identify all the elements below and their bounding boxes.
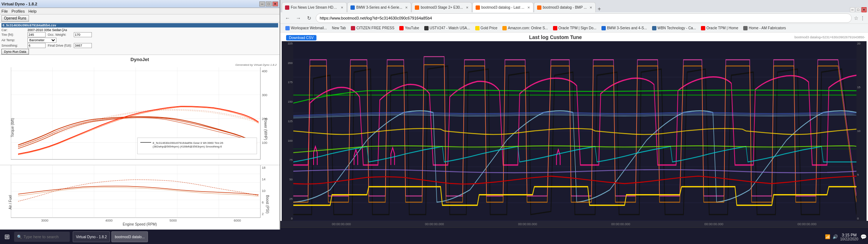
volume-icon: 🔊 [833, 234, 838, 239]
tab-bootmod3-stage[interactable]: bootmod3 Stage 2+ E30... ✕ [412, 2, 472, 12]
action-center-icon[interactable]: 💬 [860, 234, 867, 240]
menu-dots-icon[interactable]: ⋮ [860, 15, 865, 21]
close-button[interactable]: ✕ [272, 1, 278, 7]
y-200: 200 [282, 61, 293, 65]
tab-bootmod3-bmp-favicon [537, 5, 541, 10]
tab-bmw-close[interactable]: ✕ [405, 6, 408, 9]
y-225: 225 [282, 42, 293, 45]
y-125: 125 [282, 120, 293, 123]
bookmark-am-fab[interactable]: Home - AM Fabricators [741, 25, 788, 32]
bookmarks-bar: Workspace Webmail... New Tab CITIZEN FRE… [280, 24, 868, 33]
bookmark-oracle-home[interactable]: Oracle TPM | Home [699, 25, 740, 32]
top-chart: Torque (lbft) Power (WHP) 400 300 200 10 [0, 67, 280, 165]
browser-nav-bar: ← → ↻ ☆ ⋮ [280, 12, 868, 24]
browser-maximize[interactable]: □ [856, 7, 861, 12]
x-tick-6000: 6000 [234, 219, 241, 222]
time-5: 00:00:00.000 [797, 222, 817, 226]
y-r-20: 20 [857, 42, 866, 45]
tab-bootmod3-stage-close[interactable]: ✕ [466, 6, 469, 9]
final-drive-input[interactable] [74, 43, 92, 48]
bookmark-bmw[interactable]: BMW 3-Series and 4-S... [599, 25, 649, 32]
tab-bmw[interactable]: BMW 3-Series and 4-Serie... ✕ [347, 2, 411, 12]
bookmark-new-tab[interactable]: New Tab [330, 25, 348, 32]
y-r-15: 15 [857, 86, 866, 89]
start-button[interactable]: ⊞ [1, 233, 13, 241]
app-title: Virtual Dyno - 1.8.2 [1, 2, 259, 6]
browser-tab-bar: Fox News Live Stream HD ● ... ✕ BMW 3-Se… [280, 0, 868, 12]
taskbar-dyno[interactable]: Virtual Dyno - 1.8.2 [73, 231, 110, 242]
svg-text:400: 400 [262, 69, 267, 73]
x-tick-3000: 3000 [41, 219, 48, 222]
reload-button[interactable]: ↻ [305, 14, 314, 22]
y-r-5: 5 [857, 173, 866, 176]
boost-axis-label: Boost (PSI) [265, 195, 269, 214]
bookmark-citizen[interactable]: CITIZEN FREE PRESS [349, 25, 396, 32]
svg-text:100: 100 [262, 141, 267, 145]
download-csv-button[interactable]: Download CSV [286, 35, 316, 40]
menu-help[interactable]: Help [28, 9, 37, 13]
browser-minimize[interactable]: ─ [850, 7, 855, 12]
log-id: bootmod3 datalog=5231+630c09026791643850… [795, 35, 865, 39]
air-temp-select[interactable]: Barometer [27, 38, 56, 43]
tab-bootmod3-bmp-label: bootmod3 datalog - BMP ... [543, 5, 587, 9]
taskbar: ⊞ 🔍 Virtual Dyno - 1.8.2 bootmod3 datalo… [0, 230, 868, 244]
bookmark-youtube[interactable]: YouTube [397, 25, 421, 32]
address-bar[interactable] [316, 13, 852, 23]
tab-bootmod3-bmp-close[interactable]: ✕ [590, 6, 592, 9]
tab-bootmod3-bmp[interactable]: bootmod3 datalog - BMP ... ✕ [534, 2, 596, 12]
power-axis-label: Power (WHP) [264, 118, 268, 140]
back-button[interactable]: ← [283, 14, 292, 22]
bookmark-gold-icon [475, 26, 480, 30]
tab-bootmod3-last[interactable]: bootmod3 datalog - Last ... ✕ [472, 2, 533, 12]
menu-file[interactable]: File [1, 9, 8, 13]
y-0: 0 [282, 217, 293, 220]
minimize-button[interactable]: ─ [259, 1, 265, 7]
occ-weight-input[interactable] [74, 32, 92, 37]
browser-close[interactable]: ✕ [861, 7, 867, 12]
bookmark-youtube-icon [399, 26, 404, 30]
menu-profiles[interactable]: Profiles [12, 9, 25, 13]
forward-button[interactable]: → [294, 14, 303, 22]
bookmark-amazon[interactable]: Amazon.com: Online S... [500, 25, 550, 32]
tab-bootmod3-last-close[interactable]: ✕ [527, 6, 530, 9]
tab-fox-close[interactable]: ✕ [341, 6, 344, 9]
bookmark-oracle-sign[interactable]: Oracle TPM | Sign Do... [551, 25, 599, 32]
chart-subtitle: Generated by Virtual Dyno 1.8.2 [0, 63, 280, 67]
bookmark-icon[interactable]: ☆ [854, 15, 859, 21]
y-175: 175 [282, 81, 293, 84]
file-info-title: 8_5c314630c090c679164a85b4.csv [1, 23, 278, 27]
svg-text:10: 10 [262, 189, 265, 193]
taskbar-system-tray: 📶 🔊 3:15 PM 10/22/2020 💬 [825, 233, 867, 241]
y-r-0: 0 [857, 217, 866, 220]
bookmark-ustv-icon [424, 26, 429, 30]
maximize-button[interactable]: □ [266, 1, 272, 7]
bookmark-ustv[interactable]: USTV247 - Watch USA... [422, 25, 472, 32]
opened-runs-button[interactable]: Opened Runs [1, 15, 29, 22]
bookmark-oracle-sign-icon [553, 26, 557, 30]
bookmark-wbn[interactable]: WBN Technology - Ca... [650, 25, 698, 32]
bookmark-gold[interactable]: Gold Price [473, 25, 500, 32]
svg-text:300: 300 [262, 93, 267, 97]
dyno-run-button[interactable]: Dyno Run Data [1, 49, 29, 55]
taskbar-bootmod3[interactable]: bootmod3 datalo... [111, 231, 148, 242]
torque-axis-label: Torque (lbft) [10, 118, 14, 137]
bookmark-workspace[interactable]: Workspace Webmail... [283, 25, 329, 32]
tire-input[interactable] [27, 32, 46, 37]
svg-text:(382whp@5694rpm) (416lbft@3563: (382whp@5694rpm) (416lbft@3563rpm) Smoot… [153, 145, 222, 148]
time-2: 00:00:00.000 [518, 222, 537, 226]
chart-title: DynoJet [0, 56, 280, 63]
tab-fox-news[interactable]: Fox News Live Stream HD ● ... ✕ [282, 2, 347, 12]
bottom-chart-svg: 17 16 15 14 13 12 11 18 14 10 6 2 [11, 165, 278, 219]
new-tab-button[interactable]: + [597, 6, 601, 12]
y-r-10: 10 [857, 129, 866, 133]
taskbar-search[interactable] [24, 235, 67, 239]
x-tick-4000: 4000 [105, 219, 112, 222]
search-icon: 🔍 [17, 235, 22, 239]
y-75: 75 [282, 158, 293, 162]
network-icon: 📶 [825, 234, 830, 239]
y-25: 25 [282, 197, 293, 201]
page-chart-title: Last log Custom Tune [319, 33, 792, 41]
time-4: 00:00:00.000 [704, 222, 723, 226]
smoothing-input[interactable] [27, 43, 46, 48]
y-50: 50 [282, 178, 293, 181]
